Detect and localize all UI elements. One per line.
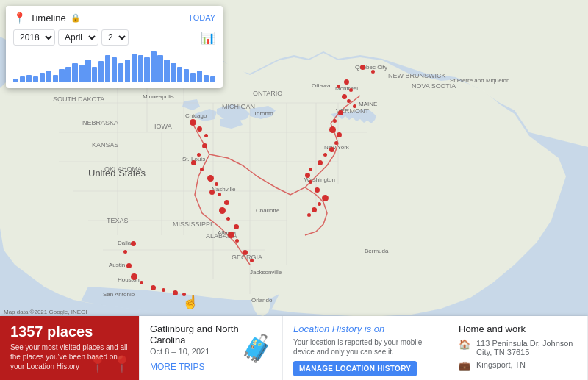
location-dot (218, 193, 221, 196)
location-dot (305, 173, 310, 178)
month-select[interactable]: April (58, 29, 98, 46)
location-dot (360, 65, 365, 70)
location-dot (337, 85, 340, 88)
bar-21[interactable] (151, 51, 156, 82)
more-trips-button[interactable]: MORE TRIPS (150, 362, 204, 372)
bar-1[interactable] (20, 76, 25, 82)
map-label-newbrunswick: NEW BRUNSWICK (388, 72, 446, 79)
timeline-icon: 📍 (13, 12, 26, 24)
location-dot (173, 290, 178, 295)
location-dot (318, 202, 321, 206)
bar-2[interactable] (26, 75, 32, 83)
location-dot (204, 134, 208, 137)
bar-27[interactable] (190, 73, 196, 82)
location-dot (344, 79, 349, 85)
location-dot (226, 217, 230, 221)
bar-23[interactable] (164, 60, 169, 83)
bar-10[interactable] (79, 65, 84, 82)
bar-18[interactable] (132, 54, 137, 82)
trip-suitcase-icon: 🧳 (240, 333, 273, 364)
bar-16[interactable] (118, 63, 123, 82)
bar-30[interactable] (210, 76, 215, 82)
location-dot (190, 119, 196, 126)
location-dot (322, 195, 329, 201)
location-dot (337, 132, 342, 137)
bar-0[interactable] (13, 79, 18, 82)
location-dot (182, 293, 186, 296)
location-history-title: Location History is on (293, 323, 437, 334)
bar-7[interactable] (59, 69, 64, 82)
bar-11[interactable] (85, 60, 90, 83)
bar-15[interactable] (112, 57, 117, 82)
home-item-home: 🏠 113 Peninsula Dr, Johnson City, TN 376… (459, 339, 577, 356)
location-dot (228, 232, 234, 238)
bar-26[interactable] (184, 69, 189, 82)
bar-8[interactable] (65, 67, 71, 82)
location-dot (191, 160, 196, 165)
year-select[interactable]: 2018 (13, 29, 55, 46)
map-label-austin: Austin (109, 262, 125, 268)
location-dot (323, 153, 327, 157)
map-label-stpierre: St Pierre and Miquelon (450, 77, 509, 84)
map-label-ontario: ONTARIO (253, 90, 282, 97)
work-icon: 💼 (459, 360, 470, 371)
lock-icon[interactable]: 🔒 (71, 13, 81, 23)
map-label-orlando: Orlando (251, 297, 272, 304)
location-dot (197, 153, 201, 157)
bar-29[interactable] (204, 75, 209, 83)
today-button[interactable]: TODAY (188, 13, 215, 22)
loc-title-highlight: is (365, 323, 371, 334)
bar-5[interactable] (46, 71, 51, 82)
card-places[interactable]: 1357 places See your most visited places… (0, 316, 140, 380)
map-attribution: Map data ©2021 Google, INEGI (4, 309, 87, 315)
map-label-mississippi: MISSISSIPPI (173, 221, 212, 228)
location-dot (207, 175, 214, 182)
place-icon-2: 📍 (112, 355, 132, 374)
bar-24[interactable] (171, 63, 176, 82)
location-dot (334, 141, 338, 145)
timeline-title-row: 📍 Timeline 🔒 (13, 12, 81, 24)
bar-13[interactable] (98, 61, 104, 82)
manage-location-history-button[interactable]: MANAGE LOCATION HISTORY (293, 361, 417, 376)
bar-chart (6, 50, 223, 88)
location-dot (338, 110, 343, 115)
bar-6[interactable] (53, 75, 58, 83)
bar-3[interactable] (33, 76, 38, 82)
bar-14[interactable] (105, 55, 110, 82)
day-select[interactable]: 2 (101, 29, 129, 46)
location-dot (123, 250, 127, 254)
bar-19[interactable] (138, 55, 143, 82)
location-dot (309, 168, 312, 171)
location-dot (209, 190, 215, 195)
location-dot (312, 207, 317, 212)
places-count: 1357 places (10, 323, 129, 340)
location-dot (371, 70, 375, 74)
location-dot (342, 94, 347, 99)
bar-9[interactable] (72, 63, 77, 82)
places-icons: 📍 📍 (87, 355, 132, 374)
location-dot (329, 147, 334, 152)
location-dot (200, 168, 204, 171)
home-item-work: 💼 Kingsport, TN (459, 360, 577, 371)
timeline-header: 📍 Timeline 🔒 TODAY (6, 6, 223, 26)
map-label-south-dakota: SOUTH DAKOTA (53, 96, 104, 103)
bar-28[interactable] (197, 71, 202, 82)
location-dot (131, 241, 136, 246)
location-dot (347, 99, 351, 103)
map-container: United States DAKOTA SOUTH DAKOTA NEBRAS… (0, 0, 588, 316)
location-dot (309, 180, 312, 184)
location-dot (219, 207, 226, 214)
bar-20[interactable] (144, 57, 149, 82)
location-dot (162, 288, 165, 292)
bar-12[interactable] (92, 67, 97, 82)
chart-icon[interactable]: 📊 (201, 31, 215, 45)
bar-22[interactable] (157, 55, 162, 82)
location-dot (333, 119, 337, 123)
bar-25[interactable] (177, 67, 182, 82)
card-trips[interactable]: Gatlinburg and North Carolina Oct 8 – 10… (140, 316, 283, 380)
card-home-work: Home and work 🏠 113 Peninsula Dr, Johnso… (448, 316, 588, 380)
bar-4[interactable] (40, 73, 45, 82)
bar-17[interactable] (125, 60, 130, 83)
map-label-kansas: KANSAS (92, 141, 119, 148)
location-dot (140, 281, 143, 284)
